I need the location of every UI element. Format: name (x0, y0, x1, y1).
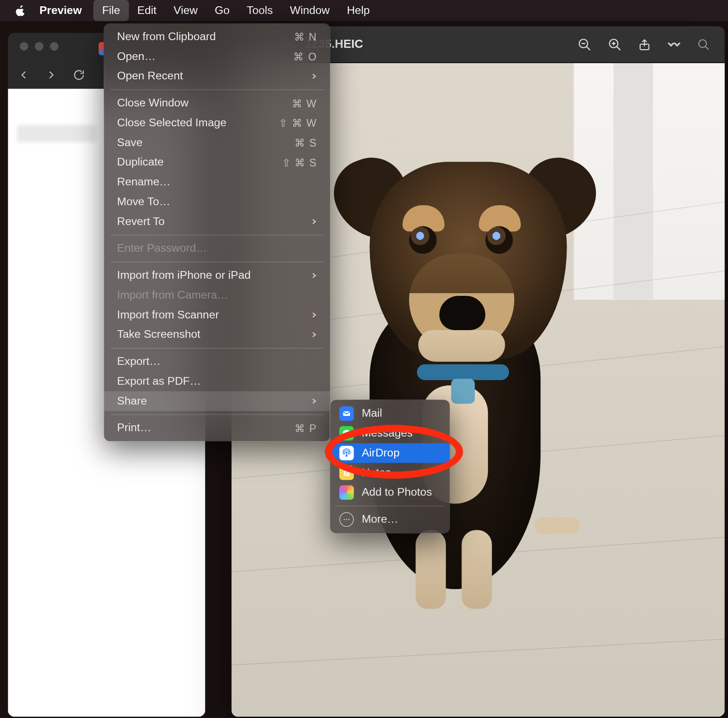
share-item-label: Add to Photos (362, 486, 432, 499)
svg-line-3 (586, 46, 590, 50)
share-button[interactable] (630, 38, 659, 51)
apple-logo-icon[interactable] (14, 5, 26, 16)
file-menu-item-share[interactable]: Share (104, 391, 330, 411)
file-menu[interactable]: New from Clipboard⌘ NOpen…⌘ OOpen Recent… (104, 23, 330, 441)
file-menu-item-print[interactable]: Print…⌘ P (104, 418, 330, 438)
search-button[interactable] (689, 38, 718, 51)
file-menu-item-revert-to[interactable]: Revert To (104, 212, 330, 231)
file-menu-item-rename[interactable]: Rename… (104, 172, 330, 192)
menu-item-label: Enter Password… (117, 242, 317, 255)
file-menu-item-close-window[interactable]: Close Window⌘ W (104, 93, 330, 113)
traffic-lights[interactable] (20, 42, 59, 51)
menu-item-shortcut: ⌘ S (295, 137, 317, 149)
submenu-arrow-icon (312, 311, 317, 319)
submenu-arrow-icon (312, 72, 317, 80)
menu-item-shortcut: ⇧ ⌘ S (282, 156, 317, 169)
file-menu-item-open-recent[interactable]: Open Recent (104, 66, 330, 86)
menu-separator (111, 414, 323, 415)
minimize-dot-icon[interactable] (35, 42, 43, 51)
svg-point-13 (346, 451, 348, 454)
file-menu-item-import-from-scanner[interactable]: Import from Scanner (104, 305, 330, 325)
menu-item-label: Share (117, 395, 312, 408)
share-submenu[interactable]: MailMessagesAirDropNotesAdd to PhotosMor… (330, 400, 450, 533)
menu-item-shortcut: ⌘ O (293, 51, 317, 63)
toolbar-overflow-button[interactable] (659, 41, 689, 48)
menu-item-label: Take Screenshot (117, 328, 312, 341)
airdrop-icon (339, 446, 354, 460)
menu-separator (336, 506, 445, 506)
svg-point-19 (346, 519, 347, 520)
menu-item-label: Close Selected Image (117, 116, 279, 129)
back-icon[interactable] (17, 69, 30, 82)
menu-item-label: Export… (117, 355, 317, 368)
menu-item-label: Open Recent (117, 70, 312, 83)
file-menu-item-import-from-camera: Import from Camera… (104, 285, 330, 305)
menu-item-label: Duplicate (117, 156, 282, 169)
menubar-item-file[interactable]: File (93, 0, 129, 21)
menubar-item-view[interactable]: View (165, 0, 206, 21)
forward-icon[interactable] (45, 69, 58, 82)
menu-item-label: Move To… (117, 195, 317, 208)
share-item-label: Notes (362, 466, 391, 479)
app-title[interactable]: Preview (39, 4, 82, 17)
file-menu-item-enter-password: Enter Password… (104, 239, 330, 258)
svg-point-10 (699, 39, 706, 47)
browser-nav (17, 69, 86, 82)
share-item-airdrop[interactable]: AirDrop (330, 443, 450, 463)
svg-line-11 (705, 46, 709, 49)
menubar-item-help[interactable]: Help (338, 0, 378, 21)
notes-icon (339, 465, 354, 480)
share-item-mail[interactable]: Mail (330, 404, 450, 423)
svg-point-20 (348, 519, 350, 520)
menu-item-label: Rename… (117, 175, 317, 189)
share-item-messages[interactable]: Messages (330, 423, 450, 443)
svg-point-18 (344, 519, 345, 520)
menu-item-label: Import from Camera… (117, 289, 317, 302)
menu-separator (111, 348, 323, 348)
menu-separator (111, 89, 323, 90)
submenu-arrow-icon (312, 272, 317, 279)
share-item-label: Mail (362, 407, 382, 420)
menu-item-label: Print… (117, 422, 295, 435)
menu-separator (111, 235, 323, 235)
share-item-label: AirDrop (362, 446, 400, 460)
file-menu-item-export-as-pdf[interactable]: Export as PDF… (104, 372, 330, 391)
menu-item-label: Open… (117, 50, 294, 63)
file-menu-item-take-screenshot[interactable]: Take Screenshot (104, 325, 330, 345)
file-menu-item-save[interactable]: Save⌘ S (104, 133, 330, 153)
menubar-item-tools[interactable]: Tools (238, 0, 281, 21)
menu-item-shortcut: ⇧ ⌘ W (279, 117, 317, 129)
submenu-arrow-icon (312, 331, 317, 338)
menubar-item-edit[interactable]: Edit (129, 0, 165, 21)
browser-thumbnail (17, 125, 96, 142)
close-dot-icon[interactable] (20, 42, 28, 51)
file-menu-item-close-selected-image[interactable]: Close Selected Image⇧ ⌘ W (104, 113, 330, 133)
file-menu-item-export[interactable]: Export… (104, 352, 330, 372)
share-item-notes[interactable]: Notes (330, 463, 450, 483)
submenu-arrow-icon (312, 397, 317, 405)
share-item-more[interactable]: More… (330, 510, 450, 529)
share-item-photos[interactable]: Add to Photos (330, 483, 450, 502)
file-menu-item-import-from-iphone-or-ipad[interactable]: Import from iPhone or iPad (104, 266, 330, 285)
menubar-item-window[interactable]: Window (281, 0, 338, 21)
reload-icon[interactable] (72, 69, 85, 82)
zoom-out-button[interactable] (570, 37, 600, 51)
mail-icon (339, 406, 354, 421)
menu-item-shortcut: ⌘ W (292, 97, 317, 110)
menu-item-label: Revert To (117, 215, 312, 228)
file-menu-item-duplicate[interactable]: Duplicate⇧ ⌘ S (104, 152, 330, 172)
file-menu-item-new-from-clipboard[interactable]: New from Clipboard⌘ N (104, 27, 330, 47)
menubar-item-go[interactable]: Go (206, 0, 238, 21)
menu-item-shortcut: ⌘ P (295, 422, 317, 434)
submenu-arrow-icon (312, 218, 317, 226)
menu-item-shortcut: ⌘ N (294, 31, 317, 43)
file-menu-item-open[interactable]: Open…⌘ O (104, 47, 330, 67)
file-menu-item-move-to[interactable]: Move To… (104, 192, 330, 212)
menu-item-label: Import from iPhone or iPad (117, 269, 312, 282)
share-item-label: Messages (362, 427, 413, 440)
zoom-in-button[interactable] (600, 37, 630, 51)
menubar: Preview FileEditViewGoToolsWindowHelp (0, 0, 728, 21)
menu-item-label: New from Clipboard (117, 30, 294, 43)
zoom-dot-icon[interactable] (50, 42, 59, 51)
more-icon (339, 512, 354, 527)
